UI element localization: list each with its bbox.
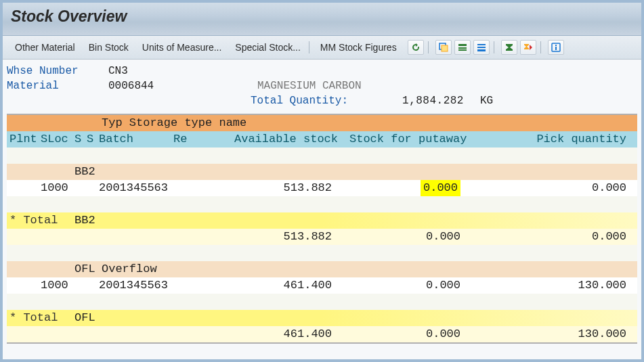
sum-icon[interactable] [501, 40, 517, 55]
col-s2[interactable]: S [87, 131, 99, 148]
total-quantity-value: 1,884.282 [348, 93, 464, 108]
spacer-row [7, 245, 637, 261]
info-area: Whse Number CN3 Material 0006844 MAGNESI… [3, 60, 641, 112]
grid-divider [7, 342, 637, 344]
svg-rect-6 [477, 47, 486, 48]
total-row-label: * Total BB2 [7, 212, 637, 229]
total-pick: 130.000 [485, 326, 637, 342]
group-name [102, 164, 251, 180]
material-label: Material [7, 78, 108, 93]
page-title: Stock Overview [11, 7, 633, 26]
material-desc: MAGNESIUM CARBON [257, 78, 362, 93]
svg-rect-4 [458, 49, 467, 51]
total-row-values: 513.882 0.000 0.000 [7, 229, 637, 245]
cell-plnt [7, 180, 41, 196]
total-putaway: 0.000 [349, 326, 485, 342]
subtotal-icon[interactable] [520, 40, 536, 55]
cell-plnt [7, 277, 41, 294]
total-typ: BB2 [74, 212, 102, 229]
material-value: 0006844 [108, 78, 257, 93]
layout-icon[interactable] [435, 40, 452, 55]
spacer-row [7, 294, 637, 310]
spacer-row [7, 196, 637, 212]
total-label: * Total [7, 212, 74, 229]
info-icon[interactable] [548, 40, 564, 55]
cell-sloc: 1000 [41, 180, 74, 196]
cell-putaway: 0.000 [349, 180, 485, 196]
svg-rect-9 [555, 45, 557, 46]
toolbar-separator [309, 41, 309, 53]
svg-rect-10 [555, 47, 557, 50]
titlebar: Stock Overview [3, 3, 641, 36]
other-material-button[interactable]: Other Material [8, 40, 82, 55]
total-row-label: * Total OFL [7, 310, 637, 326]
total-row-values: 461.400 0.000 130.000 [7, 326, 637, 342]
deselect-all-icon[interactable] [473, 40, 490, 55]
col-putaway[interactable]: Stock for putaway [349, 131, 485, 148]
grid-header-2: Plnt SLoc S S Batch Re Available stock S… [7, 131, 637, 148]
col-re[interactable]: Re [173, 131, 214, 148]
svg-rect-1 [442, 45, 448, 51]
cell-batch: 2001345563 [99, 180, 214, 196]
icon-separator [540, 41, 541, 53]
icon-separator [428, 41, 429, 53]
cell-putaway: 0.000 [349, 277, 485, 294]
stock-grid: Typ Storage type name Plnt SLoc S S Batc… [7, 114, 637, 344]
iconbar [408, 40, 564, 55]
group-header[interactable]: OFL Overflow [7, 261, 637, 277]
cell-pick: 0.000 [485, 180, 637, 196]
col-typ-storage: Typ Storage type name [102, 115, 251, 131]
cell-pick: 130.000 [485, 277, 637, 294]
col-batch[interactable]: Batch [99, 131, 173, 148]
svg-rect-5 [477, 44, 486, 45]
bin-stock-button[interactable]: Bin Stock [82, 40, 135, 55]
group-header[interactable]: BB2 [7, 164, 637, 180]
spacer [7, 93, 108, 108]
col-available[interactable]: Available stock [214, 131, 349, 148]
icon-separator [494, 41, 494, 53]
refresh-icon[interactable] [408, 40, 424, 55]
cell-batch: 2001345563 [99, 277, 214, 294]
table-row[interactable]: 1000 2001345563 513.882 0.000 0.000 [7, 180, 637, 196]
total-label: * Total [7, 310, 74, 326]
total-quantity-label: Total Quantity: [108, 93, 348, 108]
cell-sloc: 1000 [41, 277, 74, 294]
total-available: 513.882 [214, 229, 349, 245]
mm-stock-figures-button[interactable]: MM Stock Figures [314, 40, 404, 55]
group-typ: BB2 [74, 164, 102, 180]
cell-available: 513.882 [214, 180, 349, 196]
col-pick[interactable]: Pick quantity [485, 131, 637, 148]
total-pick: 0.000 [485, 229, 637, 245]
svg-rect-7 [477, 49, 486, 51]
total-available: 461.400 [214, 326, 349, 342]
units-of-measure-button[interactable]: Units of Measure... [135, 40, 229, 55]
col-plnt[interactable]: Plnt [7, 131, 41, 148]
col-s1[interactable]: S [74, 131, 87, 148]
toolbar: Other Material Bin Stock Units of Measur… [3, 36, 641, 60]
select-all-icon[interactable] [454, 40, 471, 55]
grid-header-1: Typ Storage type name [7, 115, 637, 131]
svg-rect-2 [458, 44, 467, 46]
whse-number-label: Whse Number [7, 64, 108, 78]
cell-available: 461.400 [214, 277, 349, 294]
spacer-row [7, 148, 637, 164]
svg-rect-3 [458, 47, 467, 49]
col-sloc[interactable]: SLoc [41, 131, 74, 148]
table-row[interactable]: 1000 2001345563 461.400 0.000 130.000 [7, 277, 637, 294]
total-quantity-unit: KG [464, 93, 493, 108]
whse-number-value: CN3 [108, 64, 128, 78]
app-frame: Stock Overview Other Material Bin Stock … [0, 0, 644, 362]
group-name: Overflow [102, 261, 251, 277]
special-stock-button[interactable]: Special Stock... [228, 40, 307, 55]
total-typ: OFL [74, 310, 102, 326]
total-putaway: 0.000 [349, 229, 485, 245]
group-typ: OFL [74, 261, 102, 277]
